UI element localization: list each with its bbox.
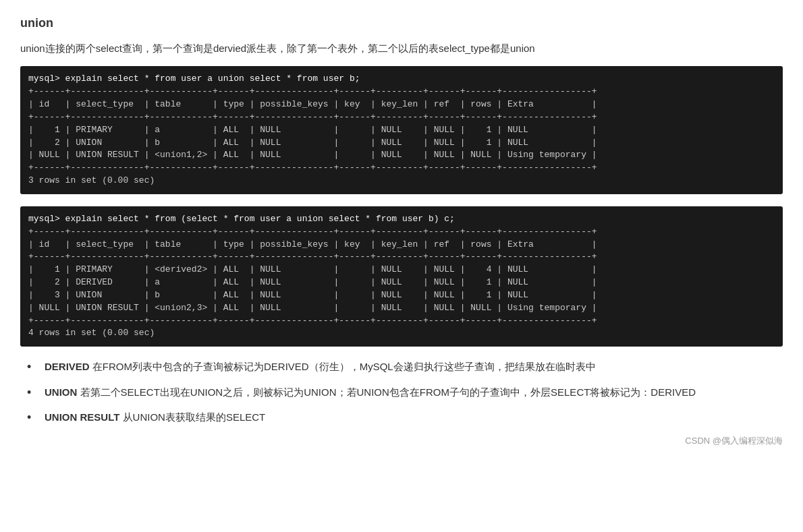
terminal2-row4: | NULL | UNION RESULT | <union2,3> | ALL… xyxy=(28,303,597,313)
bullet-text-2: UNION 若第二个SELECT出现在UNION之后，则被标记为UNION；若U… xyxy=(45,384,783,401)
page-title: union xyxy=(20,13,783,33)
description-text: union连接的两个select查询，第一个查询是dervied派生表，除了第一… xyxy=(20,40,783,57)
terminal2-command: mysql> explain select * from (select * f… xyxy=(28,214,455,224)
terminal1-separator3: +------+--------------+------------+----… xyxy=(28,162,597,173)
bullet-body-1: 在FROM列表中包含的子查询被标记为DERIVED（衍生），MySQL会递归执行… xyxy=(90,361,596,372)
bullet-dot-1: • xyxy=(27,359,40,376)
terminal1-header: | id | select_type | table | type | poss… xyxy=(28,99,597,109)
terminal1-row1: | 1 | PRIMARY | a | ALL | NULL | | NULL … xyxy=(28,125,597,135)
terminal1-separator1: +------+--------------+------------+----… xyxy=(28,86,597,96)
terminal2-separator3: +------+--------------+------------+----… xyxy=(28,316,597,326)
terminal2-row2: | 2 | DERIVED | a | ALL | NULL | | NULL … xyxy=(28,277,597,287)
bullet-body-3: 从UNION表获取结果的SELECT xyxy=(119,411,265,423)
terminal-block-1: mysql> explain select * from user a unio… xyxy=(20,66,783,194)
terminal1-rows-info: 3 rows in set (0.00 sec) xyxy=(28,175,155,185)
terminal2-header: | id | select_type | table | type | poss… xyxy=(28,239,597,249)
list-item: • UNION RESULT 从UNION表获取结果的SELECT xyxy=(27,409,783,426)
footer-credit: CSDN @偶入编程深似海 xyxy=(20,434,783,448)
bullet-text-3: UNION RESULT 从UNION表获取结果的SELECT xyxy=(45,409,783,426)
bullet-keyword-2: UNION xyxy=(45,386,77,398)
terminal2-separator1: +------+--------------+------------+----… xyxy=(28,227,597,237)
terminal2-row3: | 3 | UNION | b | ALL | NULL | | NULL | … xyxy=(28,290,597,300)
bullet-dot-2: • xyxy=(27,384,40,401)
bullet-text-1: DERIVED 在FROM列表中包含的子查询被标记为DERIVED（衍生），My… xyxy=(45,359,783,376)
terminal1-row2: | 2 | UNION | b | ALL | NULL | | NULL | … xyxy=(28,138,597,148)
terminal1-command: mysql> explain select * from user a unio… xyxy=(28,73,360,84)
terminal2-row1: | 1 | PRIMARY | <derived2> | ALL | NULL … xyxy=(28,264,597,274)
terminal-block-2: mysql> explain select * from (select * f… xyxy=(20,206,783,347)
bullet-dot-3: • xyxy=(27,409,40,426)
list-item: • DERIVED 在FROM列表中包含的子查询被标记为DERIVED（衍生），… xyxy=(27,359,783,376)
terminal1-row3: | NULL | UNION RESULT | <union1,2> | ALL… xyxy=(28,150,597,160)
list-item: • UNION 若第二个SELECT出现在UNION之后，则被标记为UNION；… xyxy=(27,384,783,401)
terminal2-rows-info: 4 rows in set (0.00 sec) xyxy=(28,328,155,338)
bullet-body-2: 若第二个SELECT出现在UNION之后，则被标记为UNION；若UNION包含… xyxy=(77,386,696,398)
terminal1-separator2: +------+--------------+------------+----… xyxy=(28,112,597,122)
bullet-list: • DERIVED 在FROM列表中包含的子查询被标记为DERIVED（衍生），… xyxy=(20,359,783,426)
terminal2-separator2: +------+--------------+------------+----… xyxy=(28,252,597,262)
bullet-keyword-3: UNION RESULT xyxy=(45,411,119,423)
bullet-keyword-1: DERIVED xyxy=(45,361,90,372)
